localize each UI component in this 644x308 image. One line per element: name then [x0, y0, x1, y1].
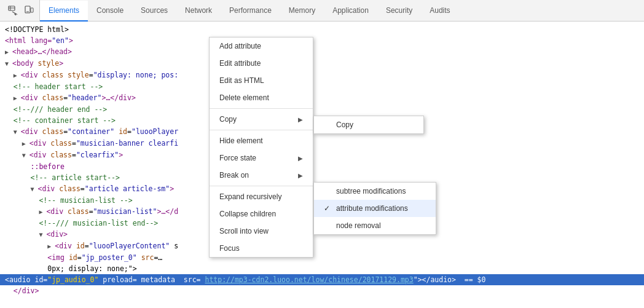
menu-scroll-into-view[interactable]: Scroll into view: [210, 223, 313, 240]
context-menu-primary: Add attribute Edit attribute Edit as HTM…: [209, 37, 313, 258]
breakon-attribute[interactable]: ✓ attribute modifications: [314, 200, 436, 217]
menu-hide-element[interactable]: Hide element: [210, 132, 313, 149]
breakon-node-removal[interactable]: node removal: [314, 217, 436, 234]
menu-break-on[interactable]: Break on ▶: [210, 167, 313, 184]
breakon-subtree[interactable]: subtree modifications: [314, 183, 436, 200]
context-menu-overlay: Add attribute Edit attribute Edit as HTM…: [0, 0, 644, 308]
menu-edit-as-html[interactable]: Edit as HTML: [210, 72, 313, 89]
breakon-submenu: subtree modifications ✓ attribute modifi…: [313, 182, 436, 235]
menu-delete-element[interactable]: Delete element: [210, 89, 313, 109]
copy-submenu-copy[interactable]: Copy: [314, 116, 423, 133]
menu-add-attribute[interactable]: Add attribute: [210, 38, 313, 55]
menu-edit-attribute[interactable]: Edit attribute: [210, 55, 313, 72]
menu-copy[interactable]: Copy ▶: [210, 111, 313, 128]
menu-expand-recursively[interactable]: Expand recursively: [210, 188, 313, 205]
menu-focus[interactable]: Focus: [210, 240, 313, 257]
copy-submenu-arrow: ▶: [298, 116, 303, 123]
separator-2: [210, 186, 313, 186]
menu-force-state[interactable]: Force state ▶: [210, 149, 313, 167]
break-on-arrow: ▶: [298, 172, 303, 179]
menu-collapse-children[interactable]: Collapse children: [210, 205, 313, 223]
force-state-arrow: ▶: [298, 155, 303, 162]
copy-submenu: Copy: [313, 116, 424, 134]
separator-1: [210, 130, 313, 130]
